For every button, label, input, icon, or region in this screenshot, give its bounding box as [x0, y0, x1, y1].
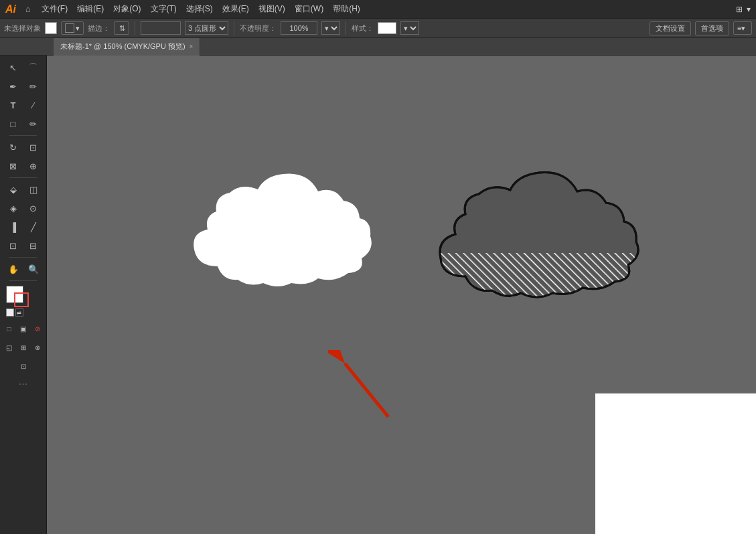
menu-object[interactable]: 对象(O) [109, 2, 145, 16]
options-bar: 未选择对象 ▾ 描边： ⇅ 3 点圆形 不透明度： ▾ 样式： ▾ 文档设置 首… [0, 18, 756, 38]
divider3 [346, 21, 346, 35]
tool-row-blend: ◈ ⊙ [0, 199, 46, 217]
stroke-dropdown-icon: ▾ [76, 24, 80, 33]
tool-row-warp: ⊠ ⊕ [0, 157, 46, 175]
type-tool-btn[interactable]: T [4, 97, 23, 113]
dark-cloud [422, 159, 663, 313]
tool-row-rotate: ↻ ⊡ [0, 138, 46, 157]
rotate-tool-btn[interactable]: ↻ [4, 139, 23, 155]
divider1 [135, 21, 135, 35]
style-swatch[interactable] [378, 22, 396, 34]
paint-bucket-btn[interactable]: ⬙ [4, 181, 23, 197]
document-tab[interactable]: 未标题-1* @ 150% (CMYK/GPU 预览) × [54, 38, 200, 56]
svg-line-3 [345, 363, 388, 417]
tool-row-shape: □ ✏ [0, 114, 46, 133]
menu-help[interactable]: 帮助(H) [329, 2, 364, 16]
tab-close-button[interactable]: × [190, 43, 194, 50]
brush-shape-select[interactable]: 3 点圆形 [185, 21, 228, 35]
prefs-button[interactable]: 首选项 [695, 21, 729, 35]
menu-window[interactable]: 窗口(W) [291, 2, 327, 16]
style-label: 样式： [352, 23, 374, 33]
titlebar-right: ⊞ ▾ [736, 5, 751, 14]
left-toolbar: ↖ ⌒ ✒ ✏ T ∕ □ ✏ ↻ ⊡ ⊠ ⊕ ⬙ ◫ ◈ [0, 56, 47, 534]
canvas-paper [595, 393, 756, 534]
pencil-tool-btn[interactable]: ✏ [24, 78, 43, 94]
workspace-icon[interactable]: ⊞ [736, 5, 743, 14]
stroke-value-btn[interactable]: ⇅ [114, 21, 129, 35]
slice-btn[interactable]: ⊟ [24, 238, 43, 254]
rect-tool-btn[interactable]: □ [4, 116, 23, 132]
menu-view[interactable]: 视图(V) [254, 2, 289, 16]
menu-edit[interactable]: 编辑(E) [73, 2, 108, 16]
canvas-area[interactable] [47, 56, 756, 534]
none-mode-btn[interactable]: ⊘ [31, 321, 44, 337]
artboard-btn[interactable]: ⊡ [4, 238, 23, 254]
arrow-svg [328, 350, 408, 437]
artboard2-btn[interactable]: ⊞ [17, 339, 29, 355]
tool-row-draw: ✒ ✏ [0, 77, 46, 96]
stroke-indicator [65, 23, 74, 33]
color-mode-btn[interactable]: □ [3, 321, 15, 337]
blend-tool-btn[interactable]: ◈ [4, 200, 23, 216]
stroke-button[interactable]: ▾ [61, 21, 84, 35]
menu-file[interactable]: 文件(F) [37, 2, 72, 16]
line-tool-btn[interactable]: ∕ [24, 97, 43, 113]
free-transform-btn[interactable]: ⊕ [24, 158, 43, 174]
opacity-label: 不透明度： [240, 23, 277, 33]
scale-tool-btn[interactable]: ⊡ [24, 139, 43, 155]
change-screen-btn[interactable]: ◱ [3, 339, 15, 355]
swap-colors-btn[interactable]: ⇄ [15, 308, 23, 317]
app-logo: Ai [5, 3, 16, 15]
tool-row-type: T ∕ [0, 96, 46, 114]
tool-row-artboard: ⊡ ⊟ [0, 236, 46, 255]
titlebar: Ai ⌂ 文件(F) 编辑(E) 对象(O) 文字(T) 选择(S) 效果(E)… [0, 0, 756, 18]
option3-btn[interactable]: ⊗ [31, 339, 44, 355]
menu-effect[interactable]: 效果(E) [218, 2, 253, 16]
doc-settings-button[interactable]: 文档设置 [650, 21, 691, 35]
opacity-dropdown[interactable]: ▾ [321, 21, 340, 35]
tool-row-column: ▐ ╱ [0, 217, 46, 236]
white-cloud [177, 159, 392, 306]
freehand-tool-btn[interactable]: ✏ [24, 116, 43, 132]
dark-cloud-svg [422, 159, 676, 327]
stroke-label: 描边： [88, 23, 110, 33]
tabbar: 未标题-1* @ 150% (CMYK/GPU 预览) × [0, 38, 756, 56]
tool-row-extras: ◱ ⊞ ⊗ [0, 338, 46, 357]
opacity-input[interactable] [281, 21, 317, 35]
selection-tool-btn[interactable]: ↖ [4, 60, 23, 76]
menu-bar: 文件(F) 编辑(E) 对象(O) 文字(T) 选择(S) 效果(E) 视图(V… [37, 2, 364, 16]
color-swatches: ⇄ [6, 286, 41, 317]
main-area: ↖ ⌒ ✒ ✏ T ∕ □ ✏ ↻ ⊡ ⊠ ⊕ ⬙ ◫ ◈ [0, 56, 756, 534]
tab-label: 未标题-1* @ 150% (CMYK/GPU 预览) [60, 41, 185, 52]
gradient-mode-btn[interactable]: ▣ [17, 321, 29, 337]
menu-select[interactable]: 选择(S) [182, 2, 217, 16]
hand-tool-btn[interactable]: ✋ [4, 261, 23, 277]
pen-tool-btn[interactable]: ✒ [4, 78, 23, 94]
menu-type[interactable]: 文字(T) [147, 2, 181, 16]
toolbar-divider2 [9, 177, 37, 178]
screen-mode-btn[interactable]: ⊡ [5, 358, 42, 374]
red-arrow [328, 350, 408, 439]
zoom-tool-btn[interactable]: 🔍 [24, 261, 43, 277]
lasso-tool-btn[interactable]: ⌒ [24, 60, 43, 76]
extra-options-button[interactable]: ≡▾ [733, 21, 752, 35]
more-tools-indicator[interactable]: ··· [19, 375, 27, 390]
line-graph-btn[interactable]: ╱ [24, 219, 43, 235]
symbol-tool-btn[interactable]: ⊙ [24, 200, 43, 216]
toolbar-divider4 [9, 280, 37, 281]
stroke-color-swatch[interactable] [14, 292, 29, 307]
svg-rect-1 [422, 253, 676, 306]
column-graph-btn[interactable]: ▐ [4, 219, 23, 235]
style-dropdown[interactable]: ▾ [400, 21, 419, 35]
warp-tool-btn[interactable]: ⊠ [4, 158, 23, 174]
gradient-tool-btn[interactable]: ◫ [24, 181, 43, 197]
brush-size-input[interactable] [141, 21, 181, 35]
fill-swatch[interactable] [45, 22, 57, 34]
tool-row-color-mode: □ ▣ ⊘ [0, 319, 46, 338]
home-icon[interactable]: ⌂ [25, 4, 31, 14]
stroke-spinner: ⇅ [119, 24, 125, 33]
toolbar-divider3 [9, 257, 37, 258]
divider2 [234, 21, 234, 35]
default-colors-btn[interactable] [6, 308, 14, 317]
workspace-dropdown[interactable]: ▾ [747, 5, 751, 14]
